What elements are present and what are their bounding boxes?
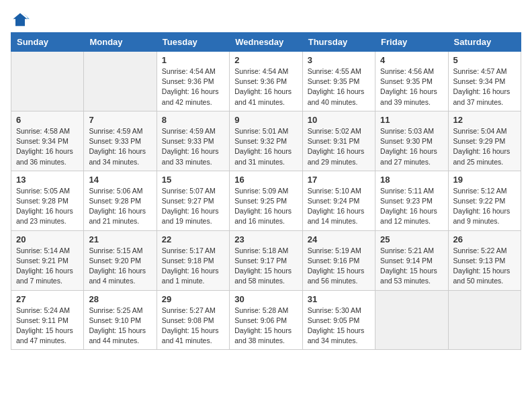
calendar-cell (11, 52, 84, 111)
day-number: 28 (89, 294, 151, 304)
day-number: 19 (453, 175, 516, 185)
calendar-header-row: SundayMondayTuesdayWednesdayThursdayFrid… (11, 33, 521, 52)
calendar-week-row: 1Sunrise: 4:54 AMSunset: 9:36 PMDaylight… (11, 52, 521, 111)
day-info: Sunrise: 5:19 AMSunset: 9:16 PMDaylight:… (308, 246, 370, 287)
calendar-cell: 1Sunrise: 4:54 AMSunset: 9:36 PMDaylight… (157, 52, 229, 111)
calendar-cell (84, 52, 157, 111)
day-info: Sunrise: 5:17 AMSunset: 9:18 PMDaylight:… (162, 246, 224, 287)
page-header (11, 11, 521, 30)
day-info: Sunrise: 5:28 AMSunset: 9:06 PMDaylight:… (234, 306, 297, 347)
calendar-cell: 8Sunrise: 4:59 AMSunset: 9:33 PMDaylight… (157, 111, 229, 171)
calendar-header-thursday: Thursday (302, 33, 375, 52)
day-info: Sunrise: 5:10 AMSunset: 9:24 PMDaylight:… (308, 186, 370, 227)
day-number: 16 (234, 175, 297, 185)
day-info: Sunrise: 5:03 AMSunset: 9:30 PMDaylight:… (380, 126, 443, 167)
calendar-table: SundayMondayTuesdayWednesdayThursdayFrid… (11, 32, 521, 350)
calendar-header-monday: Monday (84, 33, 157, 52)
day-number: 2 (234, 55, 297, 65)
day-info: Sunrise: 4:55 AMSunset: 9:35 PMDaylight:… (308, 66, 370, 107)
day-info: Sunrise: 4:54 AMSunset: 9:36 PMDaylight:… (162, 66, 224, 107)
calendar-cell: 4Sunrise: 4:56 AMSunset: 9:35 PMDaylight… (375, 52, 448, 111)
calendar-cell: 9Sunrise: 5:01 AMSunset: 9:32 PMDaylight… (230, 111, 302, 171)
day-info: Sunrise: 5:04 AMSunset: 9:29 PMDaylight:… (453, 126, 516, 167)
calendar-cell: 20Sunrise: 5:14 AMSunset: 9:21 PMDayligh… (11, 230, 84, 290)
day-info: Sunrise: 5:09 AMSunset: 9:25 PMDaylight:… (234, 186, 297, 227)
calendar-cell: 30Sunrise: 5:28 AMSunset: 9:06 PMDayligh… (230, 290, 302, 350)
day-info: Sunrise: 5:27 AMSunset: 9:08 PMDaylight:… (162, 306, 224, 347)
day-number: 14 (89, 175, 151, 185)
day-number: 4 (380, 55, 443, 65)
calendar-cell (448, 290, 521, 350)
calendar-cell: 2Sunrise: 4:54 AMSunset: 9:36 PMDaylight… (230, 52, 302, 111)
day-number: 29 (162, 294, 224, 304)
day-number: 3 (308, 55, 370, 65)
calendar-header-sunday: Sunday (11, 33, 84, 52)
calendar-header-tuesday: Tuesday (157, 33, 229, 52)
day-number: 6 (16, 115, 79, 125)
calendar-cell: 10Sunrise: 5:02 AMSunset: 9:31 PMDayligh… (302, 111, 375, 171)
day-info: Sunrise: 5:15 AMSunset: 9:20 PMDaylight:… (89, 246, 151, 287)
calendar-cell: 13Sunrise: 5:05 AMSunset: 9:28 PMDayligh… (11, 171, 84, 230)
calendar-week-row: 20Sunrise: 5:14 AMSunset: 9:21 PMDayligh… (11, 230, 521, 290)
calendar-cell (375, 290, 448, 350)
day-info: Sunrise: 5:21 AMSunset: 9:14 PMDaylight:… (380, 246, 443, 287)
day-info: Sunrise: 5:11 AMSunset: 9:23 PMDaylight:… (380, 186, 443, 227)
day-number: 10 (308, 115, 370, 125)
day-number: 27 (16, 294, 79, 304)
day-info: Sunrise: 4:57 AMSunset: 9:34 PMDaylight:… (453, 66, 516, 107)
day-number: 22 (162, 234, 224, 244)
calendar-cell: 19Sunrise: 5:12 AMSunset: 9:22 PMDayligh… (448, 171, 521, 230)
day-number: 31 (308, 294, 370, 304)
calendar-cell: 16Sunrise: 5:09 AMSunset: 9:25 PMDayligh… (230, 171, 302, 230)
day-info: Sunrise: 5:12 AMSunset: 9:22 PMDaylight:… (453, 186, 516, 227)
calendar-cell: 7Sunrise: 4:59 AMSunset: 9:33 PMDaylight… (84, 111, 157, 171)
day-number: 5 (453, 55, 516, 65)
day-info: Sunrise: 5:06 AMSunset: 9:28 PMDaylight:… (89, 186, 151, 227)
logo-icon (11, 11, 30, 30)
calendar-cell: 12Sunrise: 5:04 AMSunset: 9:29 PMDayligh… (448, 111, 521, 171)
calendar-cell: 22Sunrise: 5:17 AMSunset: 9:18 PMDayligh… (157, 230, 229, 290)
day-number: 18 (380, 175, 443, 185)
calendar-cell: 21Sunrise: 5:15 AMSunset: 9:20 PMDayligh… (84, 230, 157, 290)
day-number: 21 (89, 234, 151, 244)
day-info: Sunrise: 5:01 AMSunset: 9:32 PMDaylight:… (234, 126, 297, 167)
day-info: Sunrise: 5:24 AMSunset: 9:11 PMDaylight:… (16, 306, 79, 347)
calendar-cell: 28Sunrise: 5:25 AMSunset: 9:10 PMDayligh… (84, 290, 157, 350)
calendar-header-saturday: Saturday (448, 33, 521, 52)
day-number: 1 (162, 55, 224, 65)
day-info: Sunrise: 5:07 AMSunset: 9:27 PMDaylight:… (162, 186, 224, 227)
logo (11, 11, 32, 30)
calendar-cell: 24Sunrise: 5:19 AMSunset: 9:16 PMDayligh… (302, 230, 375, 290)
calendar-cell: 3Sunrise: 4:55 AMSunset: 9:35 PMDaylight… (302, 52, 375, 111)
calendar-cell: 18Sunrise: 5:11 AMSunset: 9:23 PMDayligh… (375, 171, 448, 230)
day-number: 15 (162, 175, 224, 185)
calendar-header-friday: Friday (375, 33, 448, 52)
day-info: Sunrise: 4:58 AMSunset: 9:34 PMDaylight:… (16, 126, 79, 167)
calendar-cell: 14Sunrise: 5:06 AMSunset: 9:28 PMDayligh… (84, 171, 157, 230)
calendar-cell: 23Sunrise: 5:18 AMSunset: 9:17 PMDayligh… (230, 230, 302, 290)
calendar-week-row: 27Sunrise: 5:24 AMSunset: 9:11 PMDayligh… (11, 290, 521, 350)
day-info: Sunrise: 5:18 AMSunset: 9:17 PMDaylight:… (234, 246, 297, 287)
calendar-cell: 25Sunrise: 5:21 AMSunset: 9:14 PMDayligh… (375, 230, 448, 290)
day-number: 20 (16, 234, 79, 244)
day-info: Sunrise: 4:59 AMSunset: 9:33 PMDaylight:… (162, 126, 224, 167)
day-info: Sunrise: 4:59 AMSunset: 9:33 PMDaylight:… (89, 126, 151, 167)
calendar-cell: 5Sunrise: 4:57 AMSunset: 9:34 PMDaylight… (448, 52, 521, 111)
calendar-cell: 29Sunrise: 5:27 AMSunset: 9:08 PMDayligh… (157, 290, 229, 350)
day-info: Sunrise: 5:25 AMSunset: 9:10 PMDaylight:… (89, 306, 151, 347)
day-info: Sunrise: 5:22 AMSunset: 9:13 PMDaylight:… (453, 246, 516, 287)
day-info: Sunrise: 5:02 AMSunset: 9:31 PMDaylight:… (308, 126, 370, 167)
day-number: 8 (162, 115, 224, 125)
calendar-week-row: 13Sunrise: 5:05 AMSunset: 9:28 PMDayligh… (11, 171, 521, 230)
day-number: 24 (308, 234, 370, 244)
day-number: 13 (16, 175, 79, 185)
calendar-header-wednesday: Wednesday (230, 33, 302, 52)
day-number: 25 (380, 234, 443, 244)
day-number: 11 (380, 115, 443, 125)
day-info: Sunrise: 5:30 AMSunset: 9:05 PMDaylight:… (308, 306, 370, 347)
calendar-cell: 6Sunrise: 4:58 AMSunset: 9:34 PMDaylight… (11, 111, 84, 171)
day-info: Sunrise: 4:56 AMSunset: 9:35 PMDaylight:… (380, 66, 443, 107)
day-number: 26 (453, 234, 516, 244)
calendar-cell: 17Sunrise: 5:10 AMSunset: 9:24 PMDayligh… (302, 171, 375, 230)
calendar-cell: 26Sunrise: 5:22 AMSunset: 9:13 PMDayligh… (448, 230, 521, 290)
